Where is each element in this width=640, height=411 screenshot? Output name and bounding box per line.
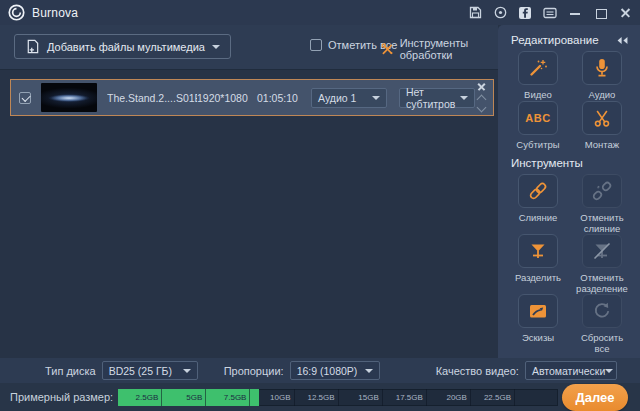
sidebar-item-label: Монтаж xyxy=(585,139,619,151)
file-name: The.Stand.2....S01E02.mkv xyxy=(107,92,197,104)
sidebar-item-label: Разделить xyxy=(515,272,561,284)
file-plus-icon xyxy=(25,39,40,54)
sidebar-item-thumbnails[interactable]: Эскизы xyxy=(511,294,565,354)
remove-file-icon[interactable] xyxy=(477,82,486,91)
chevron-down-icon xyxy=(372,96,380,100)
crossed-tools-icon xyxy=(381,41,394,57)
sidebar-item-label: Эскизы xyxy=(522,332,554,344)
maximize-button[interactable] xyxy=(593,6,607,20)
sidebar-item-label: Субтитры xyxy=(516,139,559,151)
editing-section-title: Редактирование xyxy=(511,34,599,46)
sidebar: Редактирование xyxy=(498,25,640,358)
aspect-ratio-value: 16:9 (1080P) xyxy=(297,365,358,377)
sidebar-item-merge[interactable]: Слияние xyxy=(511,174,565,234)
abc-letters-icon: ABC xyxy=(525,112,550,124)
size-tick-label: 15GB xyxy=(339,389,382,406)
size-bar: 2.5GB 5GB 7.5GB 10GB 12.5GB 15GB 17.5GB … xyxy=(118,389,558,406)
chevron-down-icon xyxy=(605,369,613,373)
main-area: Добавить файлы мультимедиа Отметить все … xyxy=(0,25,640,358)
sidebar-item-label: Аудио xyxy=(589,89,616,101)
size-tick-label: 12.5GB xyxy=(295,389,338,406)
video-quality-dropdown[interactable]: Автоматически xyxy=(525,361,617,380)
add-media-files-label: Добавить файлы мультимедиа xyxy=(47,41,205,53)
settings-bar: Тип диска BD25 (25 ГБ) Пропорции: 16:9 (… xyxy=(0,358,640,383)
disc-type-value: BD25 (25 ГБ) xyxy=(109,365,172,377)
chain-link-icon xyxy=(527,180,549,202)
estimated-size-label: Примерный размер: xyxy=(10,391,113,403)
size-tick-label: 2.5GB xyxy=(118,389,161,406)
sidebar-item-subtitles[interactable]: ABC Субтитры xyxy=(511,101,565,151)
toolbar: Добавить файлы мультимедиа Отметить все … xyxy=(0,25,498,69)
split-funnel-icon xyxy=(527,240,549,262)
audio-track-dropdown[interactable]: Аудио 1 xyxy=(311,88,387,108)
app-logo-icon xyxy=(8,4,25,21)
audio-track-value: Аудио 1 xyxy=(318,92,356,104)
file-resolution: 1920*1080 xyxy=(197,92,257,104)
minimize-button[interactable] xyxy=(568,6,582,20)
thumbnail-arrow-icon xyxy=(527,300,549,322)
move-down-icon[interactable] xyxy=(476,103,486,113)
video-quality-value: Автоматически xyxy=(532,365,605,377)
aspect-ratio-dropdown[interactable]: 16:9 (1080P) xyxy=(290,361,380,380)
size-tick-label: 5GB xyxy=(162,389,205,406)
disc-type-dropdown[interactable]: BD25 (25 ГБ) xyxy=(102,361,198,380)
facebook-icon[interactable] xyxy=(518,6,532,20)
chevron-down-icon xyxy=(365,369,373,373)
sidebar-item-label: Отменить слияние xyxy=(575,212,629,234)
aspect-ratio-label: Пропорции: xyxy=(224,365,284,377)
size-tick-label: 17.5GB xyxy=(383,389,426,406)
check-all-checkbox[interactable] xyxy=(310,39,322,51)
sidebar-item-label: Отменить разделение xyxy=(575,272,629,294)
broken-chain-icon xyxy=(591,180,613,202)
sidebar-item-video[interactable]: Видео xyxy=(511,51,565,101)
microphone-icon xyxy=(591,57,613,79)
file-row[interactable]: The.Stand.2....S01E02.mkv 1920*1080 01:0… xyxy=(10,79,494,116)
media-file-list: The.Stand.2....S01E02.mkv 1920*1080 01:0… xyxy=(0,69,498,358)
add-media-files-button[interactable]: Добавить файлы мультимедиа xyxy=(14,34,231,59)
video-thumbnail xyxy=(41,83,97,112)
sidebar-item-label: Слияние xyxy=(519,212,558,224)
next-button[interactable]: Далее xyxy=(562,384,628,411)
chevron-down-icon xyxy=(460,96,468,100)
tools-section-title: Инструменты xyxy=(511,157,583,169)
sidebar-item-montage[interactable]: Монтаж xyxy=(575,101,629,151)
size-tick-label: 10GB xyxy=(250,389,293,406)
scissors-icon xyxy=(591,107,613,129)
sidebar-item-split[interactable]: Разделить xyxy=(511,234,565,294)
processing-tools-button[interactable]: Инструменты обработки xyxy=(381,37,498,61)
size-tick-label: 20GB xyxy=(427,389,470,406)
file-row-checkbox[interactable] xyxy=(19,92,31,104)
sidebar-item-label: Видео xyxy=(524,89,552,101)
processing-tools-label: Инструменты обработки xyxy=(400,37,498,61)
file-duration: 01:05:10 xyxy=(257,92,309,104)
app-title: Burnova xyxy=(32,6,78,20)
sidebar-item-unmerge[interactable]: Отменить слияние xyxy=(575,174,629,234)
sidebar-item-reset[interactable]: Сбросить все xyxy=(575,294,629,354)
disc-type-label: Тип диска xyxy=(45,365,96,377)
size-tick-label: 7.5GB xyxy=(206,389,249,406)
size-tick-label: 22.5GB xyxy=(471,389,514,406)
subtitle-track-value: Нет субтитров xyxy=(406,86,460,110)
disc-burn-icon[interactable] xyxy=(493,6,507,20)
magic-wand-icon xyxy=(527,57,549,79)
sidebar-item-audio[interactable]: Аудио xyxy=(575,51,629,101)
reset-arrow-icon xyxy=(591,300,613,322)
video-quality-label: Качество видео: xyxy=(436,365,519,377)
app-window: Burnova xyxy=(0,0,640,411)
collapse-panel-icon[interactable] xyxy=(616,36,629,45)
sidebar-item-label: Сбросить все xyxy=(575,332,629,354)
close-button[interactable] xyxy=(618,6,632,20)
save-project-icon[interactable] xyxy=(468,6,482,20)
size-estimate-bar: Примерный размер: 2.5GB 5GB 7.5GB 10GB 1… xyxy=(0,383,640,411)
chevron-down-icon xyxy=(183,369,191,373)
subtitle-track-dropdown[interactable]: Нет субтитров xyxy=(399,88,475,108)
sidebar-item-unsplit[interactable]: Отменить разделение xyxy=(575,234,629,294)
titlebar: Burnova xyxy=(0,0,640,25)
chevron-down-icon xyxy=(212,45,220,49)
split-funnel-slash-icon xyxy=(591,240,613,262)
feedback-menu-icon[interactable] xyxy=(543,6,557,20)
